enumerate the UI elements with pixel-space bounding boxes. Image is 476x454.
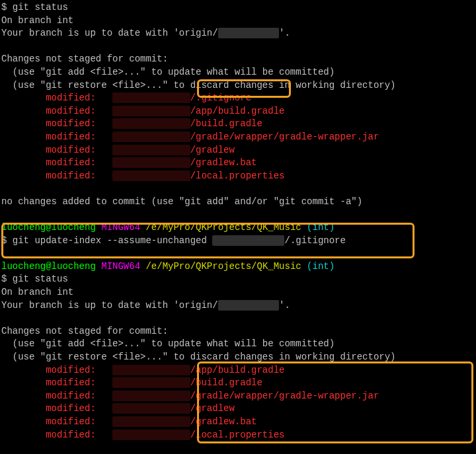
redacted-path: xxxxxxxxxxxxxx bbox=[112, 391, 190, 401]
uptodate-text: '. bbox=[279, 28, 290, 38]
redacted-path: xxxxxxxxxxxxxx bbox=[112, 377, 190, 388]
modified-label: modified: bbox=[1, 403, 112, 414]
uptodate-text: Your branch is up to date with 'origin/ bbox=[1, 28, 218, 38]
file-path: /app/build.gradle bbox=[190, 106, 285, 116]
modified-label: modified: bbox=[1, 145, 112, 155]
redacted-path: xxxxxxxxxxxxxx bbox=[112, 170, 190, 181]
changes-header: Changes not staged for commit: bbox=[1, 53, 475, 66]
ps1-branch: (int) bbox=[307, 222, 335, 233]
file-path: /gradlew.bat bbox=[190, 416, 257, 427]
ps1-mingw: MINGW64 bbox=[101, 261, 140, 272]
ps1-path: /e/MyPro/QKProjects/QK_Music bbox=[145, 261, 301, 272]
hint-text: (use "git restore <file>..." to discard … bbox=[1, 79, 475, 93]
modified-label: modified: bbox=[1, 157, 112, 168]
redacted-remote: xxxxxxxxxxx bbox=[218, 300, 279, 311]
redacted-path: xxxxxxxxxxxxxx bbox=[112, 416, 190, 427]
redacted-path: xxxxxxxxxxxxxx bbox=[112, 118, 190, 129]
modified-label: modified: bbox=[1, 416, 112, 427]
redacted-path: xxxxxxxxxxxxxx bbox=[112, 365, 190, 375]
redacted-path: xxxxxxxxxxxxx bbox=[212, 235, 284, 246]
file-path: /gradlew.bat bbox=[190, 157, 257, 168]
redacted-path: xxxxxxxxxxxxxx bbox=[112, 403, 190, 414]
redacted-path: xxxxxxxxxxxxxx bbox=[112, 93, 190, 103]
ps1-user: luocheng@luocheng bbox=[1, 222, 96, 233]
command-text: git status bbox=[13, 2, 68, 13]
file-path: /local.properties bbox=[190, 430, 285, 440]
modified-label: modified: bbox=[1, 391, 112, 401]
redacted-path: xxxxxxxxxxxxxx bbox=[112, 132, 190, 142]
changes-header: Changes not staged for commit: bbox=[1, 325, 475, 338]
file-path: /app/build.gradle bbox=[190, 365, 285, 375]
hint-text: (use "git add <file>..." to update what … bbox=[1, 338, 475, 351]
file-path: /build.gradle bbox=[190, 118, 262, 129]
redacted-path: xxxxxxxxxxxxxx bbox=[112, 157, 190, 168]
modified-label: modified: bbox=[1, 170, 112, 181]
prompt-symbol: $ bbox=[1, 274, 13, 284]
modified-label: modified: bbox=[1, 93, 112, 103]
hint-text: (use "git add <file>..." to update what … bbox=[1, 66, 475, 79]
no-changes-text: no changes added to commit (use "git add… bbox=[1, 196, 475, 209]
ps1-branch: (int) bbox=[307, 261, 335, 272]
uptodate-text: Your branch is up to date with 'origin/ bbox=[1, 300, 218, 311]
file-path: /gradle/wrapper/gradle-wrapper.jar bbox=[190, 132, 379, 142]
ps1-mingw: MINGW64 bbox=[101, 222, 140, 233]
ps1-user: luocheng@luocheng bbox=[1, 261, 96, 272]
uptodate-text: '. bbox=[279, 300, 290, 311]
branch-info: On branch int bbox=[1, 15, 475, 28]
terminal-output: $ git status On branch int Your branch i… bbox=[1, 1, 475, 454]
file-path: /gradle/wrapper/gradle-wrapper.jar bbox=[190, 391, 379, 401]
redacted-remote: xxxxxxxxxxx bbox=[218, 28, 279, 38]
modified-label: modified: bbox=[1, 365, 112, 375]
redacted-path: xxxxxxxxxxxxxx bbox=[112, 145, 190, 155]
ps1-path: /e/MyPro/QKProjects/QK_Music bbox=[145, 222, 301, 233]
command-text: git update-index --assume-unchanged bbox=[13, 235, 212, 246]
modified-label: modified: bbox=[1, 430, 112, 440]
file-path: /build.gradle bbox=[190, 377, 262, 388]
file-path: /gradlew bbox=[190, 403, 235, 414]
modified-label: modified: bbox=[1, 132, 112, 142]
modified-label: modified: bbox=[1, 377, 112, 388]
prompt-symbol: $ bbox=[1, 2, 13, 13]
prompt-symbol: $ bbox=[1, 235, 13, 246]
redacted-path: xxxxxxxxxxxxxx bbox=[112, 106, 190, 116]
file-path: /gradlew bbox=[190, 145, 235, 155]
branch-info: On branch int bbox=[1, 286, 475, 299]
file-path: /local.properties bbox=[190, 170, 285, 181]
command-text: git status bbox=[13, 274, 68, 284]
redacted-path: xxxxxxxxxxxxxx bbox=[112, 430, 190, 440]
hint-text: (use "git restore <file>..." to discard … bbox=[1, 351, 475, 364]
file-path: /.gitignore bbox=[190, 93, 251, 103]
command-text: /.gitignore bbox=[284, 235, 345, 246]
modified-label: modified: bbox=[1, 106, 112, 116]
modified-label: modified: bbox=[1, 118, 112, 129]
